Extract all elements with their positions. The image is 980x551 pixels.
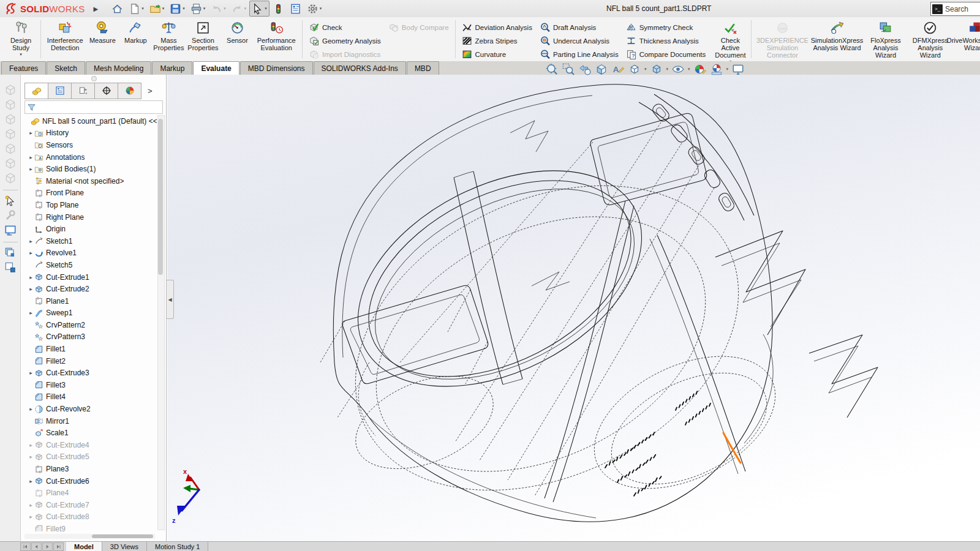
dropdown-caret[interactable]: ▾: [141, 6, 144, 11]
scrollbar-thumb[interactable]: [158, 119, 163, 275]
apply-scene-button[interactable]: [710, 62, 723, 76]
panel-tab-featuremanager[interactable]: [24, 83, 48, 99]
tab-features[interactable]: Features: [1, 61, 46, 75]
expand-arrow[interactable]: ▸: [28, 274, 34, 280]
tree-item-crvpattern3[interactable]: CrvPattern3: [21, 331, 157, 343]
expand-arrow[interactable]: ▸: [28, 514, 34, 520]
dropdown-caret[interactable]: ▾: [244, 6, 247, 11]
dropdown-caret[interactable]: ▾: [203, 6, 206, 11]
graphics-viewport[interactable]: x z: [167, 75, 980, 541]
ribbon-button-measure[interactable]: Measure: [86, 18, 119, 44]
tab-markup[interactable]: Markup: [152, 61, 192, 75]
ribbon-button-design-study[interactable]: Design Study▾: [4, 18, 37, 57]
tree-item-cut-extrude7[interactable]: ▸Cut-Extrude7: [21, 499, 157, 511]
ribbon-button-zebra-stripes[interactable]: Zebra Stripes: [459, 34, 535, 47]
tree-item-plane1[interactable]: Plane1: [21, 295, 157, 307]
ribbon-button-interference-detection[interactable]: Interference Detection: [44, 18, 86, 51]
expand-arrow[interactable]: ▸: [28, 478, 34, 484]
tree-item-cut-extrude4[interactable]: ▸Cut-Extrude4: [21, 439, 157, 451]
tree-item-sketch5[interactable]: Sketch5: [21, 259, 157, 271]
home-button[interactable]: [109, 1, 126, 17]
report-button[interactable]: [287, 1, 304, 17]
expand-arrow[interactable]: ▸: [28, 442, 34, 448]
ribbon-button-check-active-document[interactable]: Check Active Document▾: [712, 18, 748, 62]
panel-tab-configurationmanager[interactable]: [71, 83, 94, 99]
ribbon-button-driveworksxpress-wizard[interactable]: DriveWorksXpress Wizard: [953, 18, 980, 51]
tree-item-origin[interactable]: Origin: [21, 223, 157, 235]
tree-item-sensors[interactable]: Sensors: [21, 139, 157, 151]
layers-front-button[interactable]: [4, 246, 17, 260]
edit-appearance-button[interactable]: [693, 62, 707, 76]
performance-pipeline-button[interactable]: [270, 1, 287, 17]
panel-tab-dimxpertmanager[interactable]: [94, 83, 118, 99]
open-button[interactable]: ▾: [147, 1, 167, 17]
redo-button[interactable]: ▾: [229, 1, 249, 17]
dropdown-caret[interactable]: ▾: [688, 67, 690, 72]
tree-item-fillet3[interactable]: Fillet3: [21, 379, 157, 391]
hide-show-items-button[interactable]: [671, 62, 685, 76]
expand-arrow[interactable]: ▸: [28, 154, 34, 160]
panel-tab-propertymanager[interactable]: [48, 83, 71, 99]
expand-arrow[interactable]: ▸: [28, 130, 34, 136]
bottom-tab-3d-views[interactable]: 3D Views: [102, 542, 147, 551]
panel-tabs-expand-button[interactable]: >: [148, 86, 153, 96]
ribbon-button-mass-properties[interactable]: Mass Properties: [152, 18, 185, 51]
ribbon-button-performance-evaluation[interactable]: Performance Evaluation: [254, 18, 298, 51]
select-button[interactable]: ▾: [249, 1, 270, 17]
tree-item-cut-extrude8[interactable]: ▸Cut-Extrude8: [21, 511, 157, 523]
ribbon-button-curvature[interactable]: Curvature: [459, 48, 535, 61]
ribbon-button-floxpress-analysis-wizard[interactable]: FloXpress Analysis Wizard: [864, 18, 908, 59]
zoom-to-fit-button[interactable]: [545, 62, 559, 76]
print-button[interactable]: ▾: [188, 1, 208, 17]
save-button[interactable]: ▾: [167, 1, 187, 17]
expand-arrow[interactable]: ▸: [28, 502, 34, 508]
tree-item-material-not-specified[interactable]: Material <not specified>: [21, 175, 157, 187]
tree-item-cut-extrude3[interactable]: ▸Cut-Extrude3: [21, 367, 157, 379]
tree-root-item[interactable]: NFL ball 5 count_part1 (Default) <<De: [21, 115, 157, 127]
tree-item-cut-extrude1[interactable]: ▸Cut-Extrude1: [21, 271, 157, 283]
expand-arrow[interactable]: ▸: [28, 406, 34, 412]
screen-capture-button[interactable]: [4, 223, 17, 237]
dropdown-caret[interactable]: ▾: [183, 6, 185, 11]
tab-evaluate[interactable]: Evaluate: [193, 61, 239, 75]
panel-tab-displaymanager[interactable]: [118, 83, 141, 99]
ribbon-button-sensor[interactable]: Sensor: [221, 18, 254, 44]
ribbon-button-draft-analysis[interactable]: Draft Analysis: [537, 21, 622, 34]
tree-item-crvpattern2[interactable]: CrvPattern2: [21, 319, 157, 331]
ribbon-button-check[interactable]: Check: [306, 21, 384, 34]
expand-arrow[interactable]: ▸: [28, 370, 34, 376]
tab-mesh-modeling[interactable]: Mesh Modeling: [86, 61, 151, 75]
display-style-button[interactable]: [650, 62, 663, 76]
tree-item-sweep1[interactable]: ▸Sweep1: [21, 307, 157, 320]
view-orientation-button[interactable]: [628, 62, 641, 76]
dropdown-caret[interactable]: ▾: [644, 67, 647, 72]
select-add-button[interactable]: [4, 194, 17, 208]
dropdown-caret[interactable]: ▾: [265, 6, 267, 11]
ribbon-button-thickness-analysis[interactable]: Thickness Analysis: [623, 34, 709, 47]
expand-arrow[interactable]: ▸: [28, 250, 34, 256]
ribbon-button-deviation-analysis[interactable]: Deviation Analysis: [459, 21, 535, 34]
tab-mbd-dimensions[interactable]: MBD Dimensions: [240, 61, 313, 75]
dropdown-caret[interactable]: ▾: [726, 67, 729, 72]
undo-button[interactable]: ▾: [208, 1, 228, 17]
ribbon-button-compare-documents[interactable]: ?Compare Documents: [623, 48, 709, 61]
expand-arrow[interactable]: ▸: [28, 238, 34, 244]
ribbon-button-simulationxpress-analysis-wizard[interactable]: SimulationXpress Analysis Wizard: [810, 18, 864, 51]
tab-mbd[interactable]: MBD: [407, 61, 439, 75]
nav-first-button[interactable]: [20, 542, 31, 551]
bottom-tab-model[interactable]: Model: [66, 542, 102, 551]
ribbon-button-symmetry-check[interactable]: Symmetry Check: [623, 21, 709, 34]
ribbon-button-parting-line-analysis[interactable]: Parting Line Analysis: [537, 48, 622, 61]
tree-item-plane4[interactable]: Plane4: [21, 487, 157, 499]
tree-vertical-scrollbar[interactable]: [157, 115, 165, 530]
panel-collapse-handle[interactable]: ◀: [167, 280, 174, 319]
tab-solidworks-add-ins[interactable]: SOLIDWORKS Add-Ins: [314, 61, 406, 75]
tree-item-fillet1[interactable]: Fillet1: [21, 343, 157, 355]
tree-item-cut-revolve2[interactable]: ▸Cut-Revolve2: [21, 403, 157, 415]
tab-sketch[interactable]: Sketch: [47, 61, 85, 75]
nav-next-button[interactable]: [42, 542, 53, 551]
nav-prev-button[interactable]: [31, 542, 42, 551]
layers-back-button[interactable]: [4, 261, 17, 274]
expand-arrow[interactable]: ▸: [28, 454, 34, 460]
scrollbar-thumb[interactable]: [92, 534, 153, 538]
